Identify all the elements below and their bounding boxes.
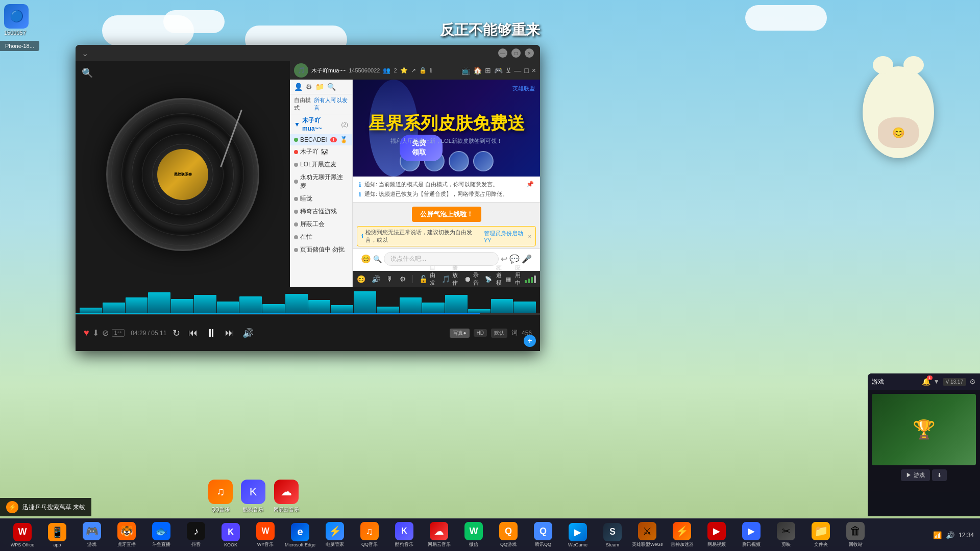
taskbar-steam[interactable]: S Steam	[596, 521, 629, 549]
taskbar-game1[interactable]: 🎮 游戏	[76, 521, 108, 549]
channel-yemian[interactable]: 页面储值中 勿扰	[290, 243, 352, 256]
volume-button[interactable]: 🔊	[240, 325, 256, 341]
game-download-button[interactable]: ⬇	[932, 469, 947, 481]
next-button[interactable]: ⏭	[223, 325, 236, 340]
search-icon-sidebar[interactable]: 🔍	[327, 83, 336, 91]
notif-pin-1[interactable]: 📌	[526, 181, 534, 188]
user-icon[interactable]: 👤	[294, 83, 303, 91]
taskbar-lol[interactable]: ⚔ 英雄联盟WeGame版	[631, 521, 664, 549]
yy-game-icon[interactable]: 🎮	[494, 66, 503, 74]
folder-icon[interactable]: 📁	[315, 83, 324, 91]
channel-mode-icon[interactable]: 📡	[485, 276, 492, 283]
taskbar-wegame[interactable]: ▶ WeGame	[561, 521, 594, 549]
qqmusic-shortcut[interactable]: ♫ QQ音乐	[208, 480, 233, 513]
comment-count[interactable]: 1⁺⁺	[112, 329, 125, 337]
taskbar-douyu[interactable]: 🐟 斗鱼直播	[145, 521, 178, 549]
taskbar-kugou[interactable]: K 酷狗音乐	[388, 521, 421, 549]
channel-sleep[interactable]: 睡觉	[290, 192, 352, 205]
channel-qiqi[interactable]: 稀奇古怪游戏	[290, 205, 352, 218]
search-emoji-icon[interactable]: 🔍	[373, 255, 382, 263]
yy-volume-btn[interactable]: 🔊	[372, 275, 380, 283]
yy-face-btn[interactable]: 😊	[357, 275, 365, 283]
arrow-down-icon[interactable]: ▼	[934, 378, 940, 385]
channel-lol[interactable]: LOL开黑连麦	[290, 158, 352, 171]
app-icon-qq[interactable]: 🔵	[4, 4, 29, 29]
yy-free-speech-btn[interactable]: 🔓 自由发言	[419, 264, 435, 287]
chat-icon[interactable]: 💬	[509, 254, 520, 264]
taskbar-jianying[interactable]: ✂ 剪映	[770, 521, 802, 549]
yy-record-btn[interactable]: ⏺ 录音	[464, 271, 479, 287]
taskbar-app[interactable]: 📱 app	[41, 521, 74, 549]
emoji-button[interactable]: 😊	[361, 254, 371, 264]
trash-taskbar-icon: 🗑	[846, 522, 865, 540]
kugou-icon: K	[241, 480, 265, 504]
channel-pingbi[interactable]: 屏蔽工会	[290, 218, 352, 231]
taskbar-qqmusic[interactable]: ♫ QQ音乐	[353, 521, 386, 549]
settings-icon[interactable]: ⚙	[306, 83, 312, 91]
yy-username: 木子吖mua~~	[311, 67, 346, 74]
yy-lol-banner[interactable]: 英雄联盟 星界系列皮肤免费送 福利大厅惊喜上新，LOL新款皮肤签到可领！ 免费领…	[353, 80, 540, 177]
tray-volume-icon[interactable]: 🔊	[946, 531, 954, 539]
yy-monitor-icon[interactable]: 📺	[461, 66, 470, 74]
notice-close-icon[interactable]: ×	[528, 233, 531, 239]
yy-group-header[interactable]: ▼ 木子吖mua~~ (2)	[290, 114, 352, 134]
taskbar-wyvideo[interactable]: ▶ 网易视频	[700, 521, 733, 549]
yy-minimize-button[interactable]: —	[514, 66, 521, 74]
yy-user-muziyi[interactable]: 木子吖 🐼	[290, 145, 352, 158]
taskbar-leishengame[interactable]: ⚡ 雷神加速器	[666, 521, 698, 549]
gear-icon-game[interactable]: ⚙	[969, 378, 976, 386]
minimize-button[interactable]: —	[498, 48, 507, 58]
taskbar-folder[interactable]: 📁 文件夹	[804, 521, 837, 549]
chevron-down-icon[interactable]: ⌄	[82, 48, 88, 58]
game-play-button[interactable]: ▶ 游戏	[901, 469, 929, 481]
taskbar-kook[interactable]: K KOOK	[214, 521, 247, 549]
repeat-button[interactable]: ↻	[170, 325, 182, 341]
kugou-shortcut[interactable]: K 酷狗音乐	[241, 480, 265, 513]
public-bubble-button[interactable]: 公屏气泡上线啦！	[412, 207, 481, 222]
yy-close-button[interactable]: ×	[532, 66, 536, 74]
taskbar-trash[interactable]: 🗑 回收站	[839, 521, 872, 549]
yy-maximize-button[interactable]: □	[524, 66, 528, 74]
send-arrow-icon[interactable]: ↩	[501, 254, 507, 264]
search-icon[interactable]: 🔍	[82, 67, 93, 79]
taskbar-qqgame[interactable]: Q QQ游戏	[492, 521, 525, 549]
channel-zaimang[interactable]: 在忙	[290, 231, 352, 243]
eq-bar-17	[445, 295, 468, 313]
yy-play-work-btn[interactable]: 🎵 播放作品	[442, 264, 458, 287]
channel-wuliao[interactable]: 永劝无聊开黑连麦	[290, 171, 352, 192]
maximize-button[interactable]: □	[511, 48, 521, 58]
yy-expand-icon[interactable]: ⊻	[506, 66, 511, 74]
favorite-button[interactable]: ♥	[84, 328, 89, 338]
close-button[interactable]: ×	[525, 48, 534, 58]
settings-icon-bottom: ⚙	[400, 275, 406, 283]
yy-mode-label[interactable]: 自由模式	[294, 96, 314, 112]
prev-button[interactable]: ⏮	[186, 325, 200, 340]
taskbar-qq[interactable]: Q 腾讯QQ	[527, 521, 559, 549]
channel-pingbi-label: 屏蔽工会	[300, 220, 325, 229]
yy-mic-btn[interactable]: 🎙	[386, 275, 394, 283]
yy-settings-btn[interactable]: ⚙	[400, 275, 406, 283]
game-panel-header: 游戏 🔔 1 ▼ V 13.17 ⚙	[868, 373, 980, 390]
more-options-button[interactable]: ⊘	[102, 328, 109, 338]
notice-link[interactable]: 管理员身份启动YY	[484, 230, 526, 243]
taskbar-wechat[interactable]: W 微信	[457, 521, 490, 549]
taskbar-wymusic[interactable]: W WY音乐	[249, 521, 282, 549]
wymusic-shortcut[interactable]: ☁ 网易云音乐	[274, 480, 299, 513]
taskbar-wycloud[interactable]: ☁ 网易云音乐	[423, 521, 455, 549]
pause-button[interactable]: ⏸	[204, 324, 219, 342]
yy-user-becadei[interactable]: BECADEI 1 🏅	[290, 134, 352, 145]
taskbar-txvideo[interactable]: ▶ 腾讯视频	[735, 521, 768, 549]
taskbar-huya[interactable]: 🐯 虎牙直播	[110, 521, 143, 549]
taskbar-wps[interactable]: W WPS Office	[6, 521, 39, 549]
yy-home-icon[interactable]: 🏠	[473, 66, 482, 74]
taskbar-pcmanager[interactable]: ⚡ 电脑管家	[318, 521, 351, 549]
download-button[interactable]: ⬇	[92, 328, 99, 338]
yy-grid-icon[interactable]: ⊞	[485, 66, 491, 74]
kook-icon: K	[222, 523, 240, 541]
app-center-icon[interactable]: ▦	[506, 276, 511, 283]
tray-network-icon[interactable]: 📶	[933, 531, 942, 539]
status-dot-red	[294, 150, 298, 154]
record-icon[interactable]: 🎤	[522, 254, 532, 264]
taskbar-edge[interactable]: e Microsoft Edge	[284, 521, 316, 549]
taskbar-douyin[interactable]: ♪ 抖音	[180, 521, 212, 549]
